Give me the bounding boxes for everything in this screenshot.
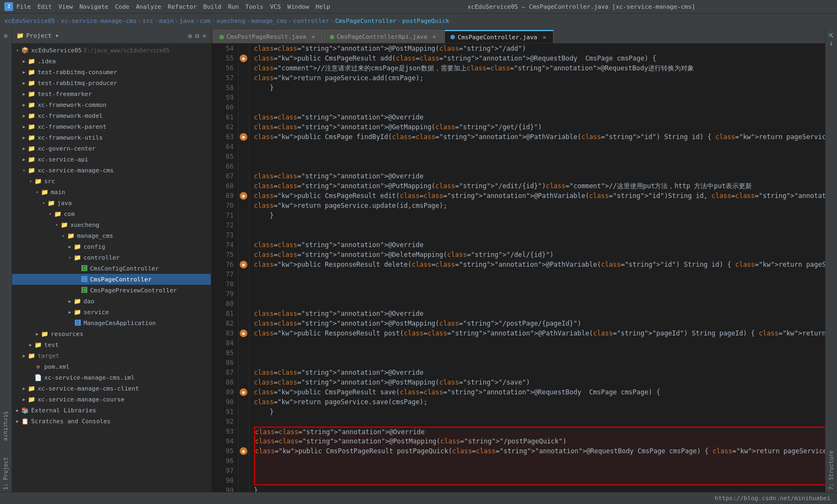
tree-item-target[interactable]: ▶ 📁 target xyxy=(12,350,211,361)
tree-item-test[interactable]: ▶ 📁 test xyxy=(12,339,211,350)
project-panel: 📁 Project ▾ ⚙ ⊟ × ▾ 📦 xcEduService05 E:/… xyxy=(12,28,211,492)
tab-label3: CmsPageController.java xyxy=(458,34,537,41)
nav-project[interactable]: xcEduService05 xyxy=(4,17,55,25)
close-panel-icon[interactable]: × xyxy=(203,32,206,40)
right-arrow-icon[interactable]: ↓ xyxy=(829,39,833,47)
menu-vcs[interactable]: VCS xyxy=(270,3,281,10)
tree-item-service[interactable]: ▶ 📁 service xyxy=(12,307,211,317)
code-editor[interactable]: 5455565758596061626364656667686970717273… xyxy=(211,44,825,492)
tree-item-service-manage-cms[interactable]: ▾ 📁 xc-service-manage-cms xyxy=(12,165,211,176)
tree-item-freemarker[interactable]: ▶ 📁 test-freemarker xyxy=(12,88,211,99)
menu-edit[interactable]: Edit xyxy=(38,3,52,10)
menu-run[interactable]: Run xyxy=(228,3,239,10)
nav-src[interactable]: src xyxy=(143,17,153,25)
tab-label: CmsPostPageResult.java xyxy=(227,33,306,40)
tree-item-service-client[interactable]: ▶ 📁 xc-service-manage-cms-client xyxy=(12,383,211,394)
menu-tools[interactable]: Tools xyxy=(245,3,263,10)
nav-com[interactable]: com xyxy=(200,17,211,25)
tree-item-config-controller[interactable]: 🅲 CmsConfigController xyxy=(12,263,211,274)
nav-main[interactable]: main xyxy=(159,17,174,25)
structure-tab[interactable]: Structure xyxy=(1,408,10,444)
tree-item-framework-parent[interactable]: ▶ 📁 xc-framework-parent xyxy=(12,121,211,132)
nav-controller[interactable]: controller xyxy=(293,17,329,25)
tree-item-idea[interactable]: ▶ 📁 .idea xyxy=(12,56,211,67)
bookmark-icon[interactable]: ⇱ xyxy=(829,31,833,39)
gutter: ●●●●●●● xyxy=(239,44,250,492)
tree-item-framework-model[interactable]: ▶ 📁 xc-framework-model xyxy=(12,110,211,121)
editor-tabs[interactable]: CmsPostPageResult.java × CmsPageControll… xyxy=(211,28,825,44)
project-tree: ▾ 📦 xcEduService05 E:/java_www/xcEduServ… xyxy=(12,44,211,492)
app-icon: J xyxy=(4,2,13,11)
tree-item-rabbitmq-producer[interactable]: ▶ 📁 test-rabbitmq-producer xyxy=(12,77,211,88)
tree-item-main[interactable]: ▾ 📁 main xyxy=(12,187,211,197)
tree-item-manage-cms[interactable]: ▾ 📁 manage_cms xyxy=(12,230,211,241)
menu-window[interactable]: Window xyxy=(287,3,309,10)
editor-area: CmsPostPageResult.java × CmsPageControll… xyxy=(211,28,825,492)
layout-icon[interactable]: ⊟ xyxy=(195,32,199,40)
project-icon[interactable]: ⊞ xyxy=(1,31,11,40)
menu-build[interactable]: Build xyxy=(203,3,221,10)
tree-item-java[interactable]: ▾ 📁 java xyxy=(12,197,211,208)
tree-item-framework-utils[interactable]: ▶ 📁 xc-framework-utils xyxy=(12,132,211,143)
url-label: https://blog.csdn.net/minihuabei xyxy=(715,495,830,502)
main-area: ⊞ Structure 1: Project 📁 Project ▾ ⚙ ⊟ ×… xyxy=(0,28,837,492)
left-tool-strip: ⊞ Structure 1: Project xyxy=(0,28,12,492)
tree-item-framework-common[interactable]: ▶ 📁 xc-framework-common xyxy=(12,99,211,110)
tree-item-govern-center[interactable]: ▶ 📁 xc-govern-center xyxy=(12,143,211,154)
tree-item-service-course[interactable]: ▶ 📁 xc-service-manage-course xyxy=(12,394,211,405)
tree-item-xuecheng[interactable]: ▾ 📁 xuecheng xyxy=(12,219,211,230)
menu-code[interactable]: Code xyxy=(115,3,129,10)
tab-close-icon[interactable]: × xyxy=(310,34,317,40)
structure-tab-right[interactable]: 7: Structure xyxy=(826,448,836,492)
tree-item-service-api[interactable]: ▶ 📁 xc-service-api xyxy=(12,154,211,165)
tree-item-page-controller[interactable]: 🅲 CmsPageController xyxy=(12,274,211,285)
tree-item-rabbitmq-consumer[interactable]: ▶ 📁 test-rabbitmq-consumer xyxy=(12,67,211,77)
tree-item-com[interactable]: ▾ 📁 com xyxy=(12,208,211,219)
navigation-bar: xcEduService05 › xc-service-manage-cms ›… xyxy=(0,13,837,28)
menu-view[interactable]: View xyxy=(58,3,73,10)
tab-label2: CmsPageControllerApi.java xyxy=(337,33,428,40)
tree-item-root[interactable]: ▾ 📦 xcEduService05 E:/java_www/xcEduServ… xyxy=(12,45,211,56)
tree-item-preview-controller[interactable]: 🅲 CmsPagePreviewController xyxy=(12,285,211,296)
panel-title: Project ▾ xyxy=(26,32,59,39)
code-content[interactable]: class=class="string">"annotation">@PostM… xyxy=(250,44,825,492)
menu-help[interactable]: Help xyxy=(316,3,330,10)
title-bar: J File Edit View Navigate Code Analyze R… xyxy=(0,0,837,13)
line-numbers: 5455565758596061626364656667686970717273… xyxy=(211,44,239,492)
status-bar: https://blog.csdn.net/minihuabei xyxy=(0,492,837,504)
tab-indicator-blue xyxy=(450,35,455,39)
tree-item-controller[interactable]: ▾ 📁 controller xyxy=(12,252,211,263)
menu-refactor[interactable]: Refactor xyxy=(168,3,197,10)
tree-item-src[interactable]: ▾ 📁 src xyxy=(12,176,211,187)
tree-item-manage-app[interactable]: 🅲 ManageCmsApplication xyxy=(12,317,211,328)
window-title: xcEduService05 – CmsPageController.java … xyxy=(330,3,833,10)
nav-classname: CmsPageController xyxy=(335,17,397,25)
tab-indicator-green xyxy=(219,35,224,39)
project-panel-header: 📁 Project ▾ ⚙ ⊟ × xyxy=(12,28,211,44)
tab-cms-post-page-result[interactable]: CmsPostPageResult.java × xyxy=(213,30,323,43)
tab-close-icon2[interactable]: × xyxy=(431,34,437,40)
tab-cms-page-controller[interactable]: CmsPageController.java × xyxy=(444,30,554,43)
tree-item-external-libs[interactable]: ▶ 📚 External Libraries xyxy=(12,405,211,416)
tree-item-pom[interactable]: ⊕ pom.xml xyxy=(12,361,211,372)
tree-item-resources[interactable]: ▶ 📁 resources xyxy=(12,328,211,339)
tree-item-scratches[interactable]: ▶ 📋 Scratches and Consoles xyxy=(12,416,211,427)
right-tool-strip: ⇱ ↓ 7: Structure xyxy=(825,28,837,492)
nav-manage-cms[interactable]: manage_cms xyxy=(251,17,287,25)
tab-close-icon3[interactable]: × xyxy=(541,34,548,40)
menu-navigate[interactable]: Navigate xyxy=(80,3,109,10)
folder-icon: 📁 xyxy=(16,32,24,39)
nav-xuecheng[interactable]: xuecheng xyxy=(216,17,245,25)
nav-module[interactable]: xc-service-manage-cms xyxy=(61,17,136,25)
tree-item-config[interactable]: ▶ 📁 config xyxy=(12,241,211,252)
nav-java[interactable]: java xyxy=(180,17,194,25)
tree-item-iml[interactable]: 📄 xc-service-manage-cms.iml xyxy=(12,372,211,383)
tree-item-dao[interactable]: ▶ 📁 dao xyxy=(12,296,211,307)
tab-cms-page-controller-api[interactable]: CmsPageControllerApi.java × xyxy=(324,30,444,43)
menu-analyze[interactable]: Analyze xyxy=(136,3,161,10)
project-tab-label: 1: Project xyxy=(1,455,11,492)
menu-file[interactable]: File xyxy=(16,3,31,10)
nav-method: postPageQuick xyxy=(402,17,449,25)
settings-icon[interactable]: ⚙ xyxy=(188,32,192,40)
menu-bar[interactable]: File Edit View Navigate Code Analyze Ref… xyxy=(16,3,330,10)
